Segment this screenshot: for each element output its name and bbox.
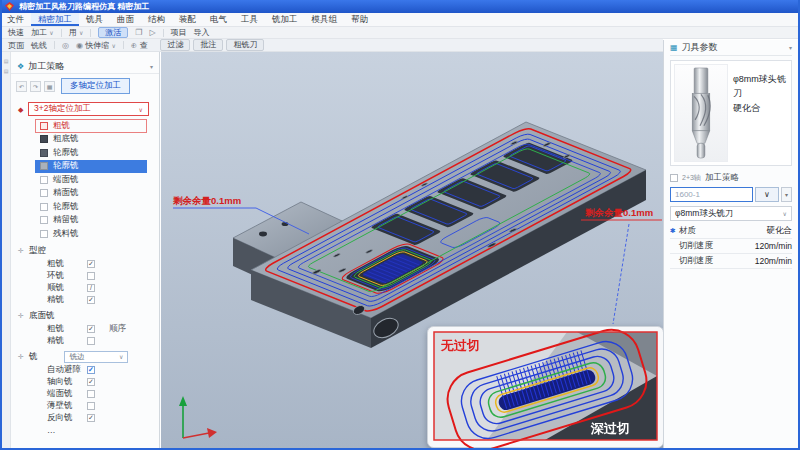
collapse-icon[interactable]: ▾ [150,63,153,70]
strategy-prefix: 2+3轴 [682,173,701,183]
menu-item[interactable]: 精密加工 [31,13,79,26]
option-checkbox[interactable] [87,378,95,386]
copy-icon[interactable]: ❐ [135,28,142,37]
redo-icon[interactable]: ↷ [30,81,41,92]
list-icon[interactable]: ▦ [44,81,55,92]
tree-row[interactable]: 残料铣 [35,227,147,241]
option-checkbox[interactable] [87,390,95,398]
option-checkbox[interactable] [87,402,95,410]
operation-checkbox[interactable] [40,176,48,184]
option-checkbox[interactable] [87,366,95,374]
chevron-down-icon[interactable]: ▾ [781,187,792,202]
option-row[interactable]: 粗铣 顺序 [11,323,159,335]
divider [90,29,91,37]
strategy-checkbox[interactable] [670,174,678,182]
tree-row[interactable]: 粗铣 [35,119,147,133]
mill-edge-select[interactable]: 铣边 ∨ [64,351,128,363]
operation-checkbox[interactable] [40,216,48,224]
operation-checkbox[interactable] [40,162,48,170]
operation-checkbox[interactable] [40,149,48,157]
view-tab[interactable]: 粗铣刀 [226,39,264,51]
strategy-check-row[interactable]: 2+3轴 加工策略 [670,170,792,185]
operation-label: 粗底铣 [53,133,79,145]
expander-icon[interactable]: ✛ [18,312,24,320]
strategy-type-value: 3+2轴定位加工 [34,103,91,115]
menu-item[interactable]: 电气 [203,13,234,26]
page-button[interactable]: 页面 [8,40,24,51]
option-row[interactable]: 顺铣 [11,282,159,294]
diamond-marker-icon: ◆ [18,106,23,114]
tree-row[interactable]: 粗底铣 [35,133,147,147]
option-checkbox[interactable] [87,284,95,292]
strategy-type-dropdown[interactable]: ◆ 3+2轴定位加工 ∨ [28,102,149,116]
menu-item[interactable]: 工具 [234,13,265,26]
tree-row[interactable]: 轮廓铣 [35,146,147,160]
tree-row[interactable]: 端面铣 [35,173,147,187]
axis-mode-button[interactable]: 多轴定位加工 [61,78,130,94]
operation-checkbox[interactable] [40,122,48,130]
undo-icon[interactable]: ↶ [16,81,27,92]
menu-item[interactable]: 模具组 [305,13,345,26]
option-checkbox[interactable] [87,414,95,422]
import-button[interactable]: 导入 [194,27,210,38]
view-tab[interactable]: 过滤 [160,39,190,51]
option-row[interactable]: 环铣 [11,270,159,282]
3d-viewport[interactable]: 剩余余量0.1mm 剩余余量0.1mm [161,52,663,448]
option-checkbox[interactable] [87,296,95,304]
option-row[interactable]: 精铣 [11,294,159,306]
machining-dropdown[interactable]: 加工 ∨ [31,27,54,38]
option-row[interactable]: 反向铣 [11,412,159,424]
expander-icon[interactable]: ✛ [18,353,24,361]
export-icon[interactable]: ▷ [149,28,155,37]
menu-item[interactable]: 曲面 [110,13,141,26]
option-row[interactable]: 粗铣 [11,258,159,270]
option-row[interactable]: 自动避障 [11,364,159,376]
search-button[interactable]: ⊕ 查 [131,40,148,51]
tool-code-input[interactable]: 1600-1 [670,187,753,202]
radio-off-icon[interactable]: ◎ [62,41,69,50]
collapse-icon[interactable]: ▾ [789,44,792,51]
tool-select[interactable]: φ8mm球头铣刀 ∨ [670,206,792,221]
option-row[interactable]: … [11,424,159,436]
option-checkbox[interactable] [87,260,95,268]
menu-item[interactable]: 文件 [0,13,31,26]
dock-strip[interactable]: ▤▤ [2,52,11,448]
activate-button[interactable]: 激活 [98,27,128,38]
operation-checkbox[interactable] [40,230,48,238]
option-label: 精铣 [47,294,87,306]
project-button[interactable]: 项目 [171,27,187,38]
menu-item[interactable]: 装配 [172,13,203,26]
option-row[interactable]: 精铣 [11,335,159,347]
view-tab[interactable]: 批注 [193,39,223,51]
option-row[interactable]: 轴向铣 [11,376,159,388]
svg-text:剩余余量0.1mm: 剩余余量0.1mm [584,207,653,218]
option-label: 端面铣 [47,388,87,400]
tree-row[interactable]: 精留铣 [35,214,147,228]
option-checkbox[interactable] [87,325,95,333]
expander-icon[interactable]: ✛ [18,247,24,255]
tree-row[interactable]: 轮廓铣 [35,200,147,214]
tree-row[interactable]: 精面铣 [35,187,147,201]
menu-bar: 文件 精密加工 铣具 曲面 结构 装配 电气 工具 铣加工 模具组 帮助 [0,13,800,27]
operation-checkbox[interactable] [40,135,48,143]
operation-checkbox[interactable] [40,189,48,197]
tool-preview-card: φ8mm球头铣刀 硬化合 [670,60,792,166]
tree-row[interactable]: 轮廓铣 [35,160,147,174]
menu-item[interactable]: 铣加工 [265,13,305,26]
option-label: 精铣 [47,335,87,347]
operation-label: 端面铣 [53,174,79,186]
option-row[interactable]: 薄壁铣 [11,400,159,412]
zoom-mode-dropdown[interactable]: ◉ 快伸缩 ∨ [76,40,116,51]
param-row: 切削速度 120m/min [670,254,792,269]
menu-item[interactable]: 结构 [141,13,172,26]
option-checkbox[interactable] [87,337,95,345]
use-dropdown[interactable]: 用 ∨ [69,27,84,38]
operation-checkbox[interactable] [40,203,48,211]
option-row[interactable]: 端面铣 [11,388,159,400]
menu-item[interactable]: 铣具 [79,13,110,26]
menu-item[interactable]: 帮助 [344,13,375,26]
tool-code-combo-button[interactable]: ∨ [755,187,779,202]
option-checkbox[interactable] [87,272,95,280]
quick-button[interactable]: 快速 [8,27,24,38]
milling-button[interactable]: 铣线 [31,40,47,51]
